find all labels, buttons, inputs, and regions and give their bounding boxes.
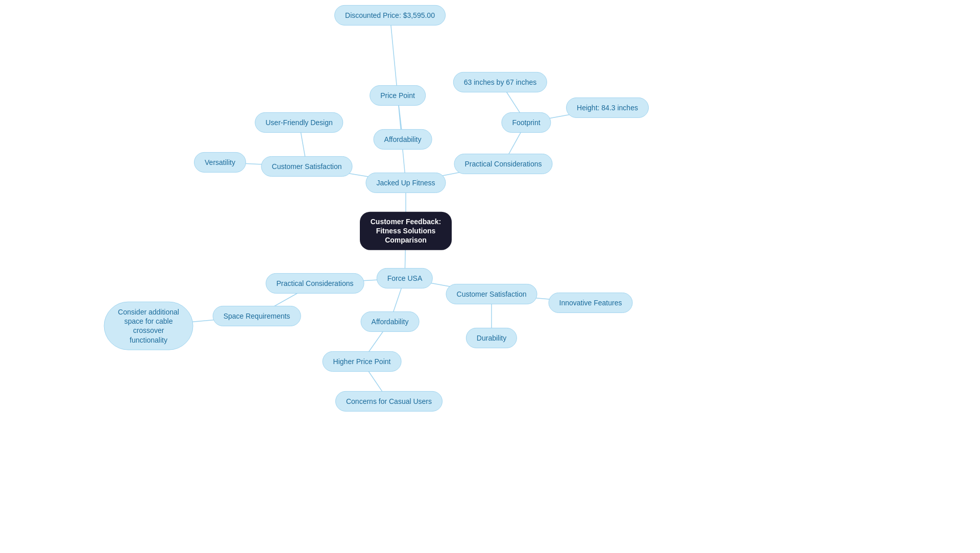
node-user_friendly[interactable]: User-Friendly Design — [255, 112, 343, 133]
node-customer_sat_top[interactable]: Customer Satisfaction — [261, 156, 353, 177]
node-height[interactable]: Height: 84.3 inches — [566, 98, 649, 118]
node-space_req[interactable]: Space Requirements — [213, 306, 301, 326]
node-dimensions[interactable]: 63 inches by 67 inches — [453, 72, 547, 92]
node-discounted_price[interactable]: Discounted Price: $3,595.00 — [334, 5, 446, 26]
node-root[interactable]: Customer Feedback: Fitness Solutions Com… — [360, 212, 452, 250]
node-practical_top[interactable]: Practical Considerations — [454, 154, 553, 174]
mind-map-container: Customer Feedback: Fitness Solutions Com… — [0, 0, 980, 553]
node-durability[interactable]: Durability — [466, 328, 517, 348]
svg-line-2 — [390, 15, 398, 95]
node-concerns_casual[interactable]: Concerns for Casual Users — [335, 391, 443, 412]
node-cable_crossover[interactable]: Consider additional space for cable cros… — [104, 302, 193, 350]
node-higher_price[interactable]: Higher Price Point — [323, 351, 402, 372]
node-affordability_bot[interactable]: Affordability — [361, 311, 420, 332]
node-force_usa[interactable]: Force USA — [377, 268, 433, 288]
node-versatility[interactable]: Versatility — [194, 152, 246, 173]
node-customer_sat_bot[interactable]: Customer Satisfaction — [446, 284, 537, 304]
node-juf[interactable]: Jacked Up Fitness — [365, 173, 446, 193]
node-footprint[interactable]: Footprint — [501, 112, 551, 133]
node-price_point[interactable]: Price Point — [370, 85, 426, 106]
node-affordability_top[interactable]: Affordability — [374, 129, 432, 150]
node-innovative[interactable]: Innovative Features — [549, 293, 633, 313]
node-practical_bot[interactable]: Practical Considerations — [266, 273, 364, 294]
